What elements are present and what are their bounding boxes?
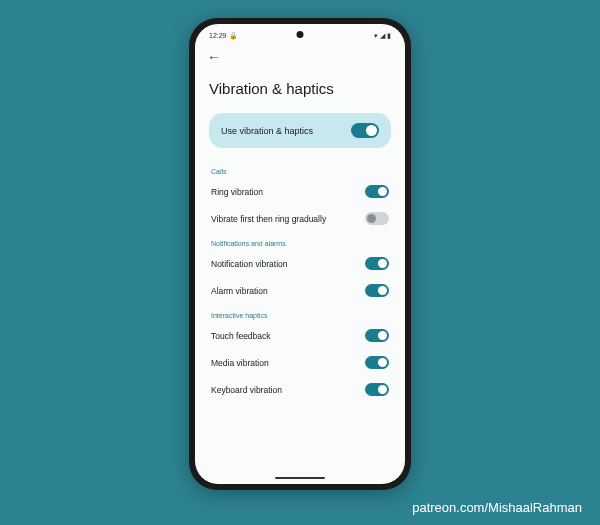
signal-icon: ◢	[380, 32, 385, 39]
setting-toggle[interactable]	[365, 185, 389, 198]
gesture-nav-bar[interactable]	[195, 472, 405, 484]
phone-screen: 12:29 🔒 ▾ ◢ ▮ ← Vibration & haptics Use …	[195, 24, 405, 484]
front-camera	[297, 31, 304, 38]
setting-row[interactable]: Keyboard vibration	[209, 376, 391, 403]
setting-label: Vibrate first then ring gradually	[211, 214, 326, 224]
setting-toggle[interactable]	[365, 356, 389, 369]
setting-toggle[interactable]	[365, 284, 389, 297]
setting-toggle[interactable]	[365, 212, 389, 225]
setting-toggle[interactable]	[365, 257, 389, 270]
status-time: 12:29	[209, 32, 227, 39]
setting-label: Touch feedback	[211, 331, 271, 341]
page-title: Vibration & haptics	[209, 80, 391, 97]
setting-row[interactable]: Notification vibration	[209, 250, 391, 277]
wifi-icon: ▾	[374, 32, 378, 39]
setting-row[interactable]: Touch feedback	[209, 322, 391, 349]
master-toggle-label: Use vibration & haptics	[221, 126, 313, 136]
setting-row[interactable]: Vibrate first then ring gradually	[209, 205, 391, 232]
attribution-text: patreon.com/MishaalRahman	[412, 500, 582, 515]
nav-pill[interactable]	[275, 477, 325, 480]
setting-row[interactable]: Media vibration	[209, 349, 391, 376]
back-button[interactable]: ←	[207, 49, 221, 65]
section-header: Interactive haptics	[211, 312, 389, 319]
section-header: Notifications and alarms	[211, 240, 389, 247]
setting-label: Media vibration	[211, 358, 269, 368]
setting-row[interactable]: Ring vibration	[209, 178, 391, 205]
setting-label: Notification vibration	[211, 259, 288, 269]
setting-label: Keyboard vibration	[211, 385, 282, 395]
section-header: Calls	[211, 168, 389, 175]
setting-toggle[interactable]	[365, 329, 389, 342]
setting-label: Ring vibration	[211, 187, 263, 197]
setting-row[interactable]: Alarm vibration	[209, 277, 391, 304]
setting-toggle[interactable]	[365, 383, 389, 396]
settings-content: Vibration & haptics Use vibration & hapt…	[195, 66, 405, 472]
top-app-bar: ←	[195, 42, 405, 66]
master-toggle-row[interactable]: Use vibration & haptics	[209, 113, 391, 148]
lock-icon: 🔒	[229, 32, 238, 39]
battery-icon: ▮	[387, 32, 391, 39]
setting-label: Alarm vibration	[211, 286, 268, 296]
master-toggle[interactable]	[351, 123, 379, 138]
phone-frame: 12:29 🔒 ▾ ◢ ▮ ← Vibration & haptics Use …	[189, 18, 411, 490]
